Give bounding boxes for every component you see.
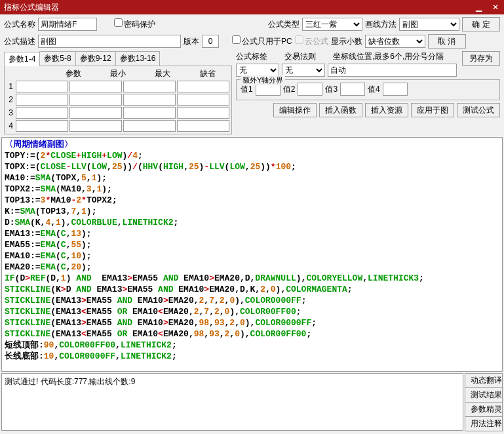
param-2-max[interactable] [123,94,176,106]
param-2-def[interactable] [177,94,229,106]
edit-op-button[interactable]: 编辑操作 [273,103,317,117]
cloud-formula-checkbox: 云公式 [295,35,328,47]
label-coord-pos: 坐标线位置,最多6个,用分号分隔 [333,51,457,62]
param-3-min[interactable] [69,107,122,119]
param-1-name[interactable] [16,81,68,92]
insert-func-button[interactable]: 插入函数 [319,103,362,117]
formula-name-input[interactable] [38,18,97,31]
password-protect-checkbox[interactable]: 密码保护 [114,18,155,30]
test-result-button[interactable]: 测试结果 [465,387,503,403]
label-formula-name: 公式名称 [4,19,35,30]
test-result-text: 测试通过! 代码长度:777,输出线个数:9 [5,377,135,386]
code-editor[interactable]: 〈周期情绪副图〉 TOPY:=(2*CLOSE+HIGH+LOW)/4; TOP… [1,137,503,372]
param-col-name: 参数 [50,68,95,80]
label-trade-rule: 交易法则 [284,52,316,61]
param-col-max: 最大 [140,68,185,80]
val3-input[interactable] [340,83,365,96]
form-area: 公式名称 密码保护 公式类型 三红一紫 画线方法 副图 确 定 公式描述 版本 … [0,14,504,136]
param-2-name[interactable] [16,94,68,106]
label-version: 版本 [184,36,199,47]
ok-button[interactable]: 确 定 [462,17,500,31]
param-4-name[interactable] [16,120,68,132]
insert-res-button[interactable]: 插入资源 [365,103,408,117]
param-grid: 参数 最小 最大 缺省 1 2 3 4 [4,66,232,134]
label-val4: 值4 [368,84,380,95]
formula-desc-input[interactable] [38,35,181,48]
label-formula-desc: 公式描述 [4,36,35,47]
param-3-name[interactable] [16,107,68,119]
extra-y-legend: 额外Y轴分界 [241,75,285,85]
minimize-icon[interactable]: ▁ [470,0,487,14]
version-input[interactable] [202,35,219,48]
formula-type-select[interactable]: 三红一紫 [302,18,362,31]
label-val2: 值2 [283,84,296,95]
param-3-max[interactable] [123,107,176,119]
param-row-4: 4 [6,119,230,132]
label-show-decimal: 显示小数 [331,36,362,47]
tab-params-1-4[interactable]: 参数1-4 [4,52,40,66]
param-wizard-button[interactable]: 参数精灵 [465,402,503,417]
label-draw-method: 画线方法 [365,19,397,30]
close-icon[interactable]: ✕ [487,0,504,14]
test-formula-button[interactable]: 测试公式 [457,103,500,117]
tab-params-13-16[interactable]: 参数13-16 [115,51,161,66]
param-2-min[interactable] [69,94,122,106]
param-3-def[interactable] [177,107,229,119]
val4-input[interactable] [383,83,408,96]
param-1-min[interactable] [69,81,122,92]
dyn-translate-button[interactable]: 动态翻译 [465,373,503,388]
param-tabs: 参数1-4 参数5-8 参数9-12 参数13-16 [4,51,232,66]
pc-only-checkbox[interactable]: 公式只用于PC [232,35,292,47]
param-col-min: 最小 [96,68,140,80]
label-formula-tag: 公式标签 [236,52,267,61]
usage-notes-button[interactable]: 用法注释 [465,416,503,431]
window-title: 指标公式编辑器 [4,2,470,13]
tab-params-5-8[interactable]: 参数5-8 [39,51,75,66]
param-1-def[interactable] [177,81,229,92]
param-1-max[interactable] [123,81,176,92]
param-row-1: 1 [6,80,230,93]
save-as-button[interactable]: 另存为 [462,51,500,66]
coord-pos-input[interactable] [328,64,457,77]
trade-rule-select[interactable]: 无 [282,64,325,77]
test-result-box: 测试通过! 代码长度:777,输出线个数:9 [1,373,463,431]
cancel-button[interactable]: 取 消 [428,34,466,49]
label-val3: 值3 [325,84,338,95]
apply-chart-button[interactable]: 应用于图 [411,103,454,117]
param-4-max[interactable] [123,120,176,132]
param-row-3: 3 [6,106,230,119]
val2-input[interactable] [298,83,322,96]
tab-params-9-12[interactable]: 参数9-12 [75,51,116,66]
show-decimal-select[interactable]: 缺省位数 [365,35,425,48]
param-row-2: 2 [6,93,230,106]
param-4-def[interactable] [177,120,229,132]
extra-y-fieldset: 额外Y轴分界 值1 值2 值3 值4 [236,79,500,100]
param-4-min[interactable] [69,120,122,132]
titlebar: 指标公式编辑器 ▁ ✕ [0,0,504,14]
formula-tag-select[interactable]: 无 [236,64,279,77]
label-val1: 值1 [241,84,253,95]
label-formula-type: 公式类型 [268,19,300,30]
param-col-def: 缺省 [185,68,230,80]
draw-method-select[interactable]: 副图 [399,18,459,31]
